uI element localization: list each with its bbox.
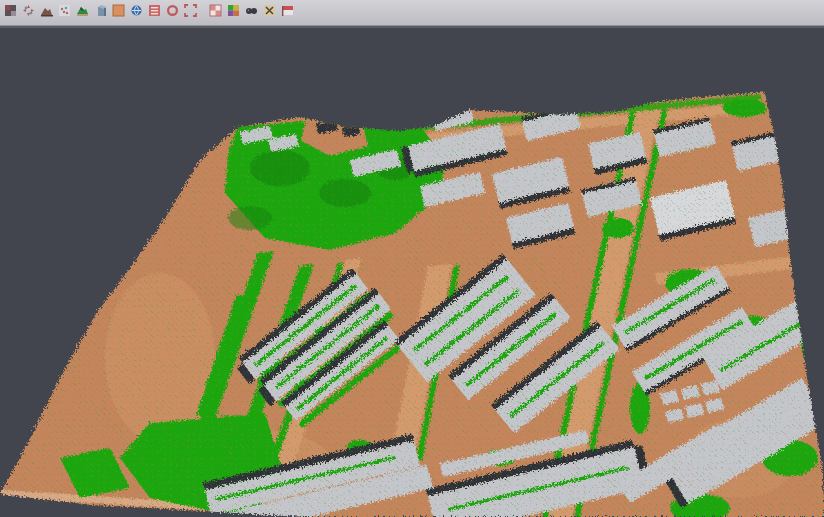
flag-icon[interactable]: [279, 2, 295, 18]
target-icon[interactable]: [164, 2, 180, 18]
main-toolbar: [0, 0, 824, 26]
viewport-3d[interactable]: [0, 28, 824, 517]
dsm-icon[interactable]: [38, 2, 54, 18]
toolbar-separator: [200, 2, 207, 18]
classification-icon[interactable]: [225, 2, 241, 18]
terrain-icon[interactable]: [74, 2, 90, 18]
edit-icon[interactable]: [261, 2, 277, 18]
application-window: { "window": { "background_color": "#4245…: [0, 0, 824, 517]
pointcloud-icon[interactable]: [56, 2, 72, 18]
globe-icon[interactable]: [128, 2, 144, 18]
mesh-icon[interactable]: [92, 2, 108, 18]
grid-icon[interactable]: [207, 2, 223, 18]
inspect-icon[interactable]: [243, 2, 259, 18]
layers-icon[interactable]: [146, 2, 162, 18]
navigate-icon[interactable]: [20, 2, 36, 18]
project-icon[interactable]: [2, 2, 18, 18]
point-cloud: [0, 28, 824, 517]
orthophoto-icon[interactable]: [110, 2, 126, 18]
extent-icon[interactable]: [182, 2, 198, 18]
point-speckle-overlay: [0, 28, 824, 517]
viewport-3d-scene[interactable]: [0, 28, 824, 517]
